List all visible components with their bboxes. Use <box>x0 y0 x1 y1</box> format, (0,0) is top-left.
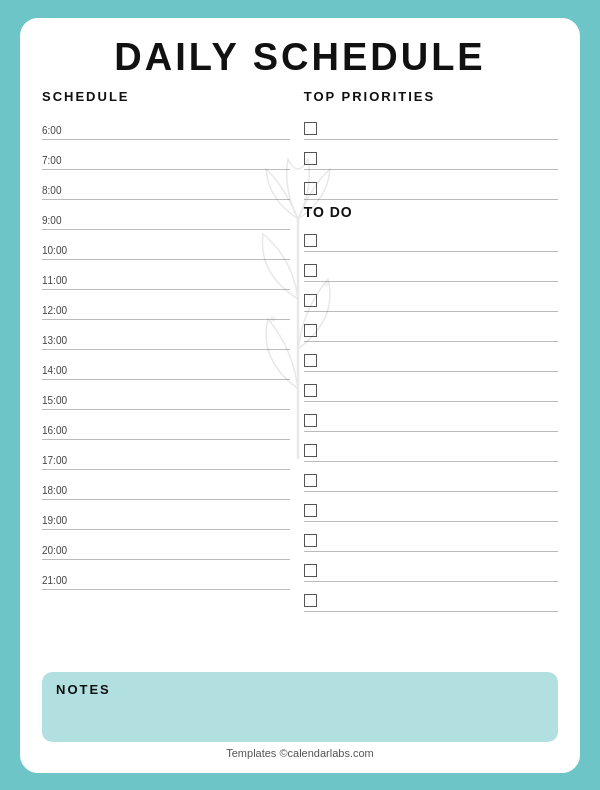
todo-row[interactable] <box>304 222 558 252</box>
todo-row[interactable] <box>304 342 558 372</box>
priority-rows <box>304 110 558 200</box>
time-row[interactable]: 13:00 <box>42 320 290 350</box>
todo-checkbox[interactable] <box>304 354 317 367</box>
todo-row[interactable] <box>304 432 558 462</box>
todo-checkbox[interactable] <box>304 414 317 427</box>
time-label: 11:00 <box>42 275 80 289</box>
time-label: 17:00 <box>42 455 80 469</box>
todo-row[interactable] <box>304 582 558 612</box>
time-row[interactable]: 10:00 <box>42 230 290 260</box>
todo-row[interactable] <box>304 462 558 492</box>
todo-checkbox[interactable] <box>304 564 317 577</box>
priority-checkbox[interactable] <box>304 122 317 135</box>
time-label: 18:00 <box>42 485 80 499</box>
todo-row[interactable] <box>304 252 558 282</box>
footer: Templates ©calendarlabs.com <box>42 747 558 759</box>
time-label: 16:00 <box>42 425 80 439</box>
todo-row[interactable] <box>304 522 558 552</box>
time-label: 6:00 <box>42 125 80 139</box>
time-label: 20:00 <box>42 545 80 559</box>
page-title: DAILY SCHEDULE <box>42 36 558 79</box>
todo-row[interactable] <box>304 282 558 312</box>
todo-checkbox[interactable] <box>304 324 317 337</box>
priority-row[interactable] <box>304 140 558 170</box>
todo-checkbox[interactable] <box>304 234 317 247</box>
time-label: 10:00 <box>42 245 80 259</box>
time-row[interactable]: 21:00 <box>42 560 290 590</box>
main-columns: SCHEDULE 6:00 7:00 8:00 9:00 10:00 11:00… <box>42 89 558 662</box>
todo-rows <box>304 222 558 612</box>
notes-section: NOTES <box>42 672 558 742</box>
time-row[interactable]: 11:00 <box>42 260 290 290</box>
time-label: 8:00 <box>42 185 80 199</box>
priorities-header: TOP PRIORITIES <box>304 89 558 106</box>
priority-checkbox[interactable] <box>304 182 317 195</box>
time-row[interactable]: 17:00 <box>42 440 290 470</box>
priority-checkbox[interactable] <box>304 152 317 165</box>
time-row[interactable]: 16:00 <box>42 410 290 440</box>
time-label: 12:00 <box>42 305 80 319</box>
todo-row[interactable] <box>304 312 558 342</box>
time-row[interactable]: 7:00 <box>42 140 290 170</box>
todo-row[interactable] <box>304 402 558 432</box>
priorities-todo-column: TOP PRIORITIES TO DO <box>290 89 558 662</box>
todo-checkbox[interactable] <box>304 534 317 547</box>
schedule-column: SCHEDULE 6:00 7:00 8:00 9:00 10:00 11:00… <box>42 89 290 662</box>
time-label: 13:00 <box>42 335 80 349</box>
time-label: 21:00 <box>42 575 80 589</box>
todo-checkbox[interactable] <box>304 384 317 397</box>
todo-row[interactable] <box>304 372 558 402</box>
todo-checkbox[interactable] <box>304 294 317 307</box>
time-label: 9:00 <box>42 215 80 229</box>
time-row[interactable]: 20:00 <box>42 530 290 560</box>
time-row[interactable]: 9:00 <box>42 200 290 230</box>
todo-row[interactable] <box>304 492 558 522</box>
time-label: 14:00 <box>42 365 80 379</box>
todo-row[interactable] <box>304 552 558 582</box>
notes-header: NOTES <box>56 682 544 697</box>
time-label: 15:00 <box>42 395 80 409</box>
time-row[interactable]: 8:00 <box>42 170 290 200</box>
daily-schedule-page: DAILY SCHEDULE SCHEDULE 6:00 <box>20 18 580 773</box>
time-row[interactable]: 18:00 <box>42 470 290 500</box>
todo-header: TO DO <box>304 204 558 220</box>
priority-row[interactable] <box>304 110 558 140</box>
todo-checkbox[interactable] <box>304 264 317 277</box>
time-row[interactable]: 19:00 <box>42 500 290 530</box>
time-label: 7:00 <box>42 155 80 169</box>
todo-checkbox[interactable] <box>304 444 317 457</box>
time-rows: 6:00 7:00 8:00 9:00 10:00 11:00 12:00 13… <box>42 110 290 590</box>
schedule-header: SCHEDULE <box>42 89 290 106</box>
todo-checkbox[interactable] <box>304 474 317 487</box>
todo-checkbox[interactable] <box>304 594 317 607</box>
time-row[interactable]: 6:00 <box>42 110 290 140</box>
priority-row[interactable] <box>304 170 558 200</box>
time-row[interactable]: 12:00 <box>42 290 290 320</box>
time-row[interactable]: 14:00 <box>42 350 290 380</box>
todo-checkbox[interactable] <box>304 504 317 517</box>
time-label: 19:00 <box>42 515 80 529</box>
time-row[interactable]: 15:00 <box>42 380 290 410</box>
